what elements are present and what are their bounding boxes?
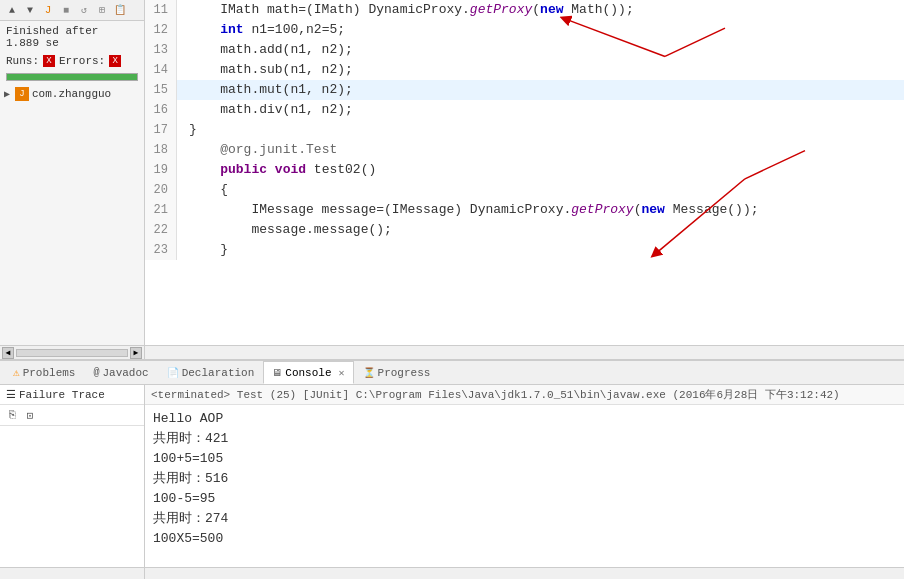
code-line: 22 message.message(); [145,220,904,240]
scroll-right-btn[interactable]: ▶ [130,347,142,359]
copy-icon[interactable]: ⎘ [4,407,20,423]
line-content: math.mut(n1, n2); [177,80,353,100]
line-content: } [177,240,228,260]
bottom-scrollbar-left [0,568,145,579]
tab-progress[interactable]: ⏳ Progress [354,361,440,384]
code-line: 20 { [145,180,904,200]
line-content: IMessage message=(IMessage) DynamicProxy… [177,200,759,220]
tab-javadoc[interactable]: @ Javadoc [84,361,157,384]
line-number: 18 [145,140,177,160]
progress-bar [6,73,138,81]
code-line: 21 IMessage message=(IMessage) DynamicPr… [145,200,904,220]
stop-icon[interactable]: ■ [58,2,74,18]
line-number: 22 [145,220,177,240]
tab-close-icon[interactable]: ✕ [339,367,345,379]
scroll-left-btn[interactable]: ◀ [2,347,14,359]
line-content: public void test02() [177,160,376,180]
h-scroll-track[interactable] [16,349,128,357]
tab-progress-label: Progress [378,367,431,379]
line-number: 21 [145,200,177,220]
line-content: IMath math=(IMath) DynamicProxy.getProxy… [177,0,634,20]
tab-problems-label: Problems [23,367,76,379]
line-number: 11 [145,0,177,20]
line-number: 15 [145,80,177,100]
line-content: { [177,180,228,200]
console-line: Hello AOP [153,409,896,429]
console-icon: 🖥 [272,367,282,379]
failure-trace-label: Failure Trace [19,389,105,401]
javadoc-icon: @ [93,367,99,378]
declaration-icon: 📄 [167,367,179,379]
console-line: 共用时：274 [153,509,896,529]
failure-trace-header: ☰ Failure Trace [0,385,144,405]
nav-up-icon[interactable]: ▲ [4,2,20,18]
line-content: math.div(n1, n2); [177,100,353,120]
code-line: 17} [145,120,904,140]
line-number: 23 [145,240,177,260]
tree-label: com.zhangguo [32,88,111,100]
bottom-scrollbar [0,567,904,579]
filter-icon[interactable]: ⊞ [94,2,110,18]
line-number: 12 [145,20,177,40]
code-lines-container: 11 IMath math=(IMath) DynamicProxy.getPr… [145,0,904,260]
bottom-main: ☰ Failure Trace ⎘ ⊡ <terminated> Test (2… [0,385,904,567]
line-content: math.sub(n1, n2); [177,60,353,80]
console-output: Hello AOP共用时：421100+5=105共用时：516100-5=95… [145,405,904,567]
line-content: @org.junit.Test [177,140,337,160]
tree-item[interactable]: ▶ J com.zhangguo [0,85,144,103]
filter-trace-icon[interactable]: ⊡ [22,407,38,423]
nav-down-icon[interactable]: ▼ [22,2,38,18]
tree-arrow-icon: ▶ [4,88,12,100]
console-line: 100-5=95 [153,489,896,509]
main-area: ▲ ▼ J ■ ↺ ⊞ 📋 Finished after 1.889 se Ru… [0,0,904,345]
line-number: 16 [145,100,177,120]
tab-declaration[interactable]: 📄 Declaration [158,361,264,384]
code-line: 14 math.sub(n1, n2); [145,60,904,80]
junit-icon: J [40,2,56,18]
code-line: 19 public void test02() [145,160,904,180]
console-line: 100+5=105 [153,449,896,469]
warning-icon: ⚠ [13,366,20,379]
runs-label: Runs: [6,55,39,67]
line-content: message.message(); [177,220,392,240]
progress-tab-icon: ⏳ [363,367,375,379]
line-number: 19 [145,160,177,180]
bottom-panel: ⚠ Problems @ Javadoc 📄 Declaration 🖥 Con… [0,359,904,579]
bottom-scrollbar-right [145,568,904,579]
line-content: math.add(n1, n2); [177,40,353,60]
console-line: 共用时：421 [153,429,896,449]
line-number: 17 [145,120,177,140]
left-panel-toolbar: ▲ ▼ J ■ ↺ ⊞ 📋 [0,0,144,21]
runs-errors-row: Runs: X Errors: X [0,53,144,69]
code-line: 18 @org.junit.Test [145,140,904,160]
tree-node-icon: J [15,87,29,101]
line-number: 13 [145,40,177,60]
rerun-icon[interactable]: ↺ [76,2,92,18]
failure-trace-panel: ☰ Failure Trace ⎘ ⊡ [0,385,145,567]
code-area[interactable]: 11 IMath math=(IMath) DynamicProxy.getPr… [145,0,904,345]
code-line: 23 } [145,240,904,260]
console-line: 100X5=500 [153,529,896,549]
errors-label: Errors: [59,55,105,67]
code-line: 16 math.div(n1, n2); [145,100,904,120]
left-panel: ▲ ▼ J ■ ↺ ⊞ 📋 Finished after 1.889 se Ru… [0,0,145,345]
line-content: } [177,120,197,140]
tab-console[interactable]: 🖥 Console ✕ [263,361,353,384]
console-panel: <terminated> Test (25) [JUnit] C:\Progra… [145,385,904,567]
tab-declaration-label: Declaration [182,367,255,379]
list-icon: ☰ [6,388,16,401]
tab-console-label: Console [285,367,331,379]
err-icon: X [43,55,55,67]
tab-problems[interactable]: ⚠ Problems [4,361,84,384]
tab-bar: ⚠ Problems @ Javadoc 📄 Declaration 🖥 Con… [0,361,904,385]
line-content: int n1=100,n2=5; [177,20,345,40]
line-number: 20 [145,180,177,200]
console-info-bar: <terminated> Test (25) [JUnit] C:\Progra… [145,385,904,405]
line-number: 14 [145,60,177,80]
tab-javadoc-label: Javadoc [102,367,148,379]
failure-trace-toolbar: ⎘ ⊡ [0,405,144,426]
scrollbar-row: ◀ ▶ [0,345,904,359]
code-line: 11 IMath math=(IMath) DynamicProxy.getPr… [145,0,904,20]
h-scroll-left: ◀ ▶ [0,346,145,359]
history-icon[interactable]: 📋 [112,2,128,18]
